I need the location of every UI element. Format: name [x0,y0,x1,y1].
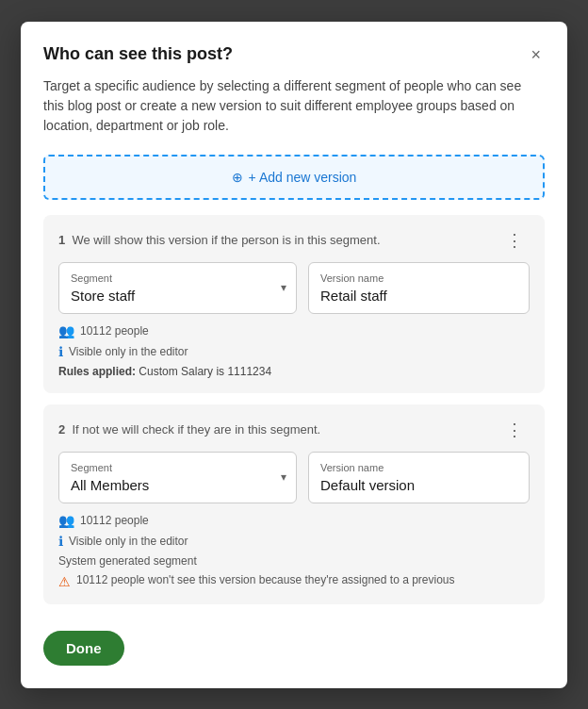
modal: Who can see this post? × Target a specif… [21,22,567,688]
segment-label-2: Segment [71,462,268,473]
segment-field-1[interactable]: Segment Store staff ▾ [58,262,297,314]
segment-value-2: All Members [71,477,268,493]
visibility-note-2: Visible only in the editor [69,535,188,548]
more-options-button-2[interactable]: ⋮ [500,420,530,440]
modal-title: Who can see this post? [43,44,233,64]
people-icon-2: 👥 [58,513,74,528]
version-condition-1: 1 We will show this version if the perso… [58,233,381,247]
add-version-label: + Add new version [249,170,357,185]
version-name-label-2: Version name [320,462,517,473]
info-icon-1: ℹ [58,344,63,359]
segment-label-1: Segment [71,272,268,284]
version-name-field-2: Version name Default version [308,452,530,503]
people-icon-1: 👥 [58,323,74,338]
rules-value-1: Custom Salary is 1111234 [139,365,271,378]
dropdown-arrow-2: ▾ [281,470,286,484]
rules-row-1: Rules applied: Custom Salary is 1111234 [58,365,530,378]
dropdown-arrow-1: ▾ [281,281,286,294]
rules-label-1: Rules applied: [58,365,136,378]
version-fields-1: Segment Store staff ▾ Version name Retai… [58,262,530,314]
overlay: Who can see this post? × Target a specif… [0,0,588,709]
add-version-button[interactable]: ⊕ + Add new version [43,155,545,200]
version-number-label-2: 2 [58,422,65,437]
version-number-label-1: 1 [58,233,65,247]
version-card-2: 2 If not we will check if they are in th… [43,404,545,604]
version-condition-2: 2 If not we will check if they are in th… [58,422,320,437]
people-count-2: 10112 people [80,514,149,527]
warning-icon-2: ⚠ [58,574,71,589]
modal-header: Who can see this post? × [43,44,545,65]
visibility-note-1: Visible only in the editor [69,345,188,358]
warning-row-2: ⚠ 10112 people won't see this version be… [58,573,530,589]
version-header-2: 2 If not we will check if they are in th… [58,420,530,440]
people-count-row-1: 👥 10112 people [58,323,530,338]
people-count-row-2: 👥 10112 people [58,513,530,528]
version-name-label-1: Version name [320,272,517,284]
visibility-row-2: ℹ Visible only in the editor [58,534,530,549]
segment-field-2[interactable]: Segment All Members ▾ [58,452,297,503]
visibility-row-1: ℹ Visible only in the editor [58,344,530,359]
version-fields-2: Segment All Members ▾ Version name Defau… [58,452,530,503]
info-icon-2: ℹ [58,534,63,549]
segment-value-1: Store staff [71,288,268,304]
system-generated-label-2: System generated segment [58,554,530,568]
people-count-1: 10112 people [80,324,149,338]
modal-description: Target a specific audience by selecting … [43,76,545,136]
add-icon: ⊕ [232,170,243,185]
done-button[interactable]: Done [43,631,124,666]
version-name-value-2: Default version [320,477,517,493]
version-card-1: 1 We will show this version if the perso… [43,215,545,393]
close-button[interactable]: × [527,44,545,65]
version-name-field-1: Version name Retail staff [308,262,530,314]
version-name-value-1: Retail staff [320,288,517,304]
version-header-1: 1 We will show this version if the perso… [58,230,530,251]
warning-text-2: 10112 people won't see this version beca… [76,573,455,586]
more-options-button-1[interactable]: ⋮ [500,230,530,251]
